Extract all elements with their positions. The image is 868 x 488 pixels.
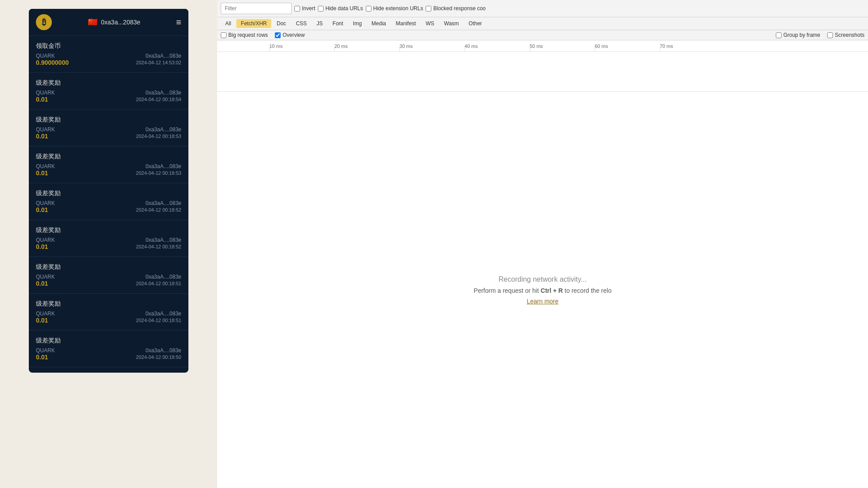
app-content: 领取金币 QUARK 0xa3aA....083e 0.90000000 202…	[29, 36, 188, 373]
tx-amount: 0.01	[36, 96, 48, 103]
timeline-header: 10 ms20 ms30 ms40 ms50 ms60 ms70 ms	[217, 40, 868, 52]
transaction-item[interactable]: 级差奖励 QUARK 0xa3aA....083e 0.01 2024-04-1…	[29, 331, 188, 367]
group-by-frame-text: Group by frame	[783, 32, 820, 38]
timeline-marker-30-ms: 30 ms	[399, 43, 413, 49]
hide-extension-urls-label: Hide extension URLs	[373, 5, 423, 12]
left-panel: ₿ 🇨🇳 0xa3a...2083e ≡ 领取金币 QUARK 0xa3aA..…	[0, 0, 217, 488]
app-address-area: 🇨🇳 0xa3a...2083e	[88, 17, 141, 27]
tx-date: 2024-04-12 00:18:54	[136, 97, 181, 102]
tx-date: 2024-04-12 00:18:52	[136, 207, 181, 213]
filter-input[interactable]	[221, 3, 292, 14]
big-request-rows-text: Big request rows	[228, 32, 268, 38]
filter-tab-manifest[interactable]: Manifest	[391, 19, 420, 28]
tx-token: QUARK	[36, 90, 55, 96]
screenshots-text: Screenshots	[835, 32, 864, 38]
overview-checkbox-label[interactable]: Overview	[275, 32, 305, 38]
app-header: ₿ 🇨🇳 0xa3a...2083e ≡	[29, 9, 188, 36]
tx-token: QUARK	[36, 126, 55, 133]
tx-address: 0xa3aA....083e	[145, 163, 181, 169]
tx-date: 2024-04-12 00:18:53	[136, 134, 181, 139]
group-by-frame-label[interactable]: Group by frame	[776, 32, 820, 38]
transaction-item[interactable]: 级差奖励 QUARK 0xa3aA....083e 0.01 2024-04-1…	[29, 220, 188, 257]
tx-row-2: 0.01 2024-04-12 00:18:53	[36, 133, 181, 140]
filter-tab-media[interactable]: Media	[367, 19, 391, 28]
filter-tab-all[interactable]: All	[221, 19, 235, 28]
blocked-response-checkbox-label[interactable]: Blocked response coo	[426, 5, 485, 12]
tx-title: 级差奖励	[36, 189, 181, 197]
tx-address: 0xa3aA....083e	[145, 126, 181, 133]
transaction-item[interactable]: 级差奖励 QUARK 0xa3aA....083e 0.01 2024-04-1…	[29, 146, 188, 183]
tx-row: QUARK 0xa3aA....083e	[36, 200, 181, 206]
logo-symbol: ₿	[42, 18, 46, 27]
timeline-marker-70-ms: 70 ms	[660, 43, 673, 49]
big-request-rows-label[interactable]: Big request rows	[221, 32, 268, 38]
transaction-item[interactable]: 领取金币 QUARK 0xa3aA....083e 0.90000000 202…	[29, 36, 188, 73]
tx-token: QUARK	[36, 163, 55, 169]
hide-data-urls-label: Hide data URLs	[325, 5, 363, 12]
filter-tab-font[interactable]: Font	[328, 19, 348, 28]
tx-row: QUARK 0xa3aA....083e	[36, 274, 181, 280]
filter-tab-css[interactable]: CSS	[291, 19, 311, 28]
group-by-frame-checkbox[interactable]	[776, 32, 782, 38]
tx-amount: 0.01	[36, 206, 48, 213]
perform-text-before: Perform a request or hit	[474, 287, 541, 294]
hide-data-urls-checkbox-label[interactable]: Hide data URLs	[318, 5, 363, 12]
hide-extension-urls-checkbox-label[interactable]: Hide extension URLs	[366, 5, 423, 12]
filter-tab-ws[interactable]: WS	[421, 19, 438, 28]
keyboard-shortcut: Ctrl + R	[541, 287, 563, 294]
hide-data-urls-checkbox[interactable]	[318, 6, 324, 12]
filter-tab-doc[interactable]: Doc	[272, 19, 290, 28]
transaction-item[interactable]: 级差奖励 QUARK 0xa3aA....083e 0.01 2024-04-1…	[29, 73, 188, 110]
transaction-item[interactable]: 级差奖励 QUARK 0xa3aA....083e 0.01 2024-04-1…	[29, 294, 188, 331]
big-request-rows-checkbox[interactable]	[221, 32, 227, 38]
options-left: Big request rows Overview	[221, 32, 305, 38]
tx-row: QUARK 0xa3aA....083e	[36, 90, 181, 96]
filter-tab-other[interactable]: Other	[464, 19, 486, 28]
screenshots-checkbox-label[interactable]: Screenshots	[827, 32, 864, 38]
blocked-response-label: Blocked response coo	[433, 5, 485, 12]
learn-more-link[interactable]: Learn more	[527, 298, 559, 305]
filter-tab-fetch-xhr[interactable]: Fetch/XHR	[236, 19, 271, 28]
options-right: Group by frame Screenshots	[776, 32, 864, 38]
tx-date: 2024-04-12 00:18:51	[136, 281, 181, 286]
invert-checkbox[interactable]	[294, 6, 300, 12]
blocked-response-checkbox[interactable]	[426, 6, 431, 12]
tx-row-2: 0.01 2024-04-12 00:18:54	[36, 96, 181, 103]
tx-address: 0xa3aA....083e	[145, 53, 181, 59]
tx-title: 级差奖励	[36, 300, 181, 308]
transaction-item[interactable]: 级差奖励 QUARK 0xa3aA....083e 0.01 2024-04-1…	[29, 183, 188, 220]
tx-date: 2024-04-12 14:53:02	[136, 60, 181, 65]
options-bar: Big request rows Overview Group by frame…	[217, 30, 868, 40]
devtools-toolbar: Invert Hide data URLs Hide extension URL…	[217, 0, 868, 17]
filter-tab-img[interactable]: Img	[348, 19, 366, 28]
tx-row: QUARK 0xa3aA....083e	[36, 126, 181, 133]
tx-amount: 0.01	[36, 169, 48, 177]
transaction-item[interactable]: 级差奖励 QUARK 0xa3aA....083e 0.01 2024-04-1…	[29, 110, 188, 146]
perform-text: Perform a request or hit Ctrl + R to rec…	[474, 287, 612, 294]
screenshots-checkbox[interactable]	[827, 32, 833, 38]
tx-address: 0xa3aA....083e	[145, 200, 181, 206]
network-empty-state: Recording network activity... Perform a …	[217, 92, 868, 488]
timeline-marker-50-ms: 50 ms	[530, 43, 543, 49]
tx-token: QUARK	[36, 347, 55, 354]
overview-checkbox[interactable]	[275, 32, 281, 38]
transaction-item[interactable]: 级差奖励 QUARK 0xa3aA....083e 0.01 2024-04-1…	[29, 257, 188, 294]
tx-title: 级差奖励	[36, 79, 181, 87]
tx-row: QUARK 0xa3aA....083e	[36, 53, 181, 59]
tx-row-2: 0.01 2024-04-12 00:18:52	[36, 206, 181, 213]
invert-checkbox-label[interactable]: Invert	[294, 5, 315, 12]
menu-icon[interactable]: ≡	[176, 17, 181, 28]
tx-address: 0xa3aA....083e	[145, 237, 181, 243]
hide-extension-urls-checkbox[interactable]	[366, 6, 371, 12]
devtools-network-panel: Invert Hide data URLs Hide extension URL…	[217, 0, 868, 488]
tx-title: 级差奖励	[36, 153, 181, 161]
tx-row: QUARK 0xa3aA....083e	[36, 163, 181, 169]
tx-amount: 0.01	[36, 354, 48, 361]
tx-row-2: 0.01 2024-04-12 00:18:52	[36, 243, 181, 250]
tx-row-2: 0.01 2024-04-12 00:18:51	[36, 317, 181, 324]
filter-tab-js[interactable]: JS	[312, 19, 327, 28]
tx-token: QUARK	[36, 200, 55, 206]
tx-row-2: 0.01 2024-04-12 00:18:53	[36, 169, 181, 177]
invert-label: Invert	[302, 5, 315, 12]
filter-tab-wasm[interactable]: Wasm	[440, 19, 464, 28]
